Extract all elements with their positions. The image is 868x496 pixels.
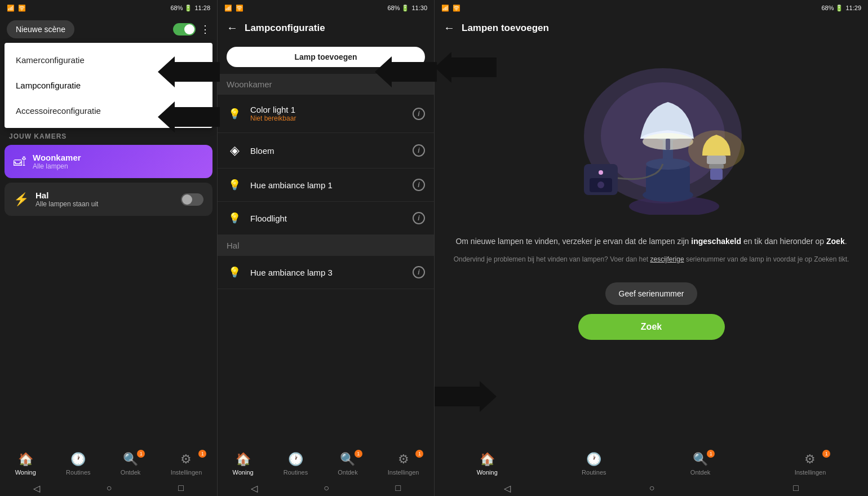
back-button-2[interactable]: ← bbox=[227, 21, 238, 34]
nav-instellingen-label-3: Instellingen bbox=[795, 469, 826, 476]
nav-woning-label-2: Woning bbox=[233, 469, 254, 476]
toggle-off-hal[interactable] bbox=[181, 193, 203, 206]
room-info-hal: Hal Alle lampen staan uit bbox=[36, 191, 174, 208]
info-btn-hue1[interactable]: i bbox=[413, 179, 425, 191]
time-label-2: 11:30 bbox=[411, 5, 427, 11]
ontdek-icon-3: 🔍 bbox=[693, 452, 708, 467]
toggle-on[interactable] bbox=[173, 23, 196, 36]
panel-lampconfiguratie: 📶 🛜 68% 🔋 11:30 ← Lampconfiguratie Lamp … bbox=[217, 0, 434, 496]
panel-lampen-toevoegen: 📶 🛜 68% 🔋 11:29 ← Lampen toevoegen bbox=[434, 0, 868, 496]
svg-marker-2 bbox=[375, 56, 437, 87]
instellingen-badge: 1 bbox=[198, 450, 206, 458]
battery-label-3: 68% 🔋 bbox=[821, 5, 843, 12]
room-icon-hal: ⚡ bbox=[14, 192, 29, 207]
nav-instellingen-2[interactable]: ⚙ 1 Instellingen bbox=[388, 452, 419, 476]
nav-instellingen-label: Instellingen bbox=[171, 469, 202, 476]
nav-woning-2[interactable]: 🏠 Woning bbox=[233, 452, 254, 476]
status-bar-2: 📶 🛜 68% 🔋 11:30 bbox=[218, 0, 434, 16]
top-bar: Nieuwe scène ⋮ bbox=[0, 16, 217, 43]
info-text-main: Om nieuwe lampen te vinden, verzeker je … bbox=[451, 235, 851, 247]
nav-instellingen[interactable]: ⚙ 1 Instellingen bbox=[171, 452, 202, 476]
arrow-5-deco bbox=[435, 381, 497, 414]
info-btn-floodlight[interactable]: i bbox=[413, 212, 425, 224]
instellingen-badge-2: 1 bbox=[415, 450, 423, 458]
arrow-4-deco bbox=[435, 52, 497, 85]
svg-rect-18 bbox=[707, 156, 726, 164]
nav-ontdek[interactable]: 🔍 1 Ontdek bbox=[121, 452, 140, 476]
status-right-2: 68% 🔋 11:30 bbox=[387, 5, 427, 12]
recent-sys-btn-3[interactable]: □ bbox=[793, 483, 799, 493]
home-icon-2: 🏠 bbox=[236, 452, 251, 467]
lamp-item-floodlight[interactable]: 💡 Floodlight i bbox=[218, 202, 434, 235]
room-card-woonkamer[interactable]: 🛋 Woonkamer Alle lampen bbox=[5, 145, 212, 178]
home-sys-btn-3[interactable]: ○ bbox=[649, 483, 655, 493]
three-dots-menu[interactable]: ⋮ bbox=[200, 23, 210, 36]
lamp-info-colorlight1: Color light 1 Niet bereikbaar bbox=[250, 105, 405, 122]
nav-routines-3[interactable]: 🕐 Routines bbox=[582, 452, 606, 476]
recent-sys-btn[interactable]: □ bbox=[178, 483, 184, 493]
svg-point-8 bbox=[597, 181, 604, 188]
back-sys-btn-2[interactable]: ◁ bbox=[251, 483, 258, 494]
info-text-area: Om nieuwe lampen te vinden, verzeker je … bbox=[435, 226, 868, 273]
nav-instellingen-3[interactable]: ⚙ 1 Instellingen bbox=[795, 452, 826, 476]
bottom-nav-2: 🏠 Woning 🕐 Routines 🔍 1 Ontdek ⚙ 1 Inste… bbox=[218, 448, 434, 480]
nav-woning-label-3: Woning bbox=[477, 469, 498, 476]
info-btn-colorlight1[interactable]: i bbox=[413, 108, 425, 120]
battery-label: 68% 🔋 bbox=[170, 5, 192, 12]
wifi-icon-3: 🛜 bbox=[453, 5, 460, 12]
lamp-info-floodlight: Floodlight bbox=[250, 214, 405, 223]
room-sub-hal: Alle lampen staan uit bbox=[36, 200, 174, 208]
info-underline-word: zescijferige bbox=[650, 255, 684, 263]
panel-3-header: ← Lampen toevoegen bbox=[435, 16, 868, 40]
nav-ontdek-2[interactable]: 🔍 1 Ontdek bbox=[338, 452, 357, 476]
zoek-button[interactable]: Zoek bbox=[578, 314, 725, 340]
home-sys-btn[interactable]: ○ bbox=[107, 483, 112, 493]
lamp-icon-floodlight: 💡 bbox=[227, 212, 242, 224]
new-scene-button[interactable]: Nieuwe scène bbox=[7, 20, 74, 38]
nav-woning-3[interactable]: 🏠 Woning bbox=[477, 452, 498, 476]
nav-instellingen-label-2: Instellingen bbox=[388, 469, 419, 476]
nav-routines[interactable]: 🕐 Routines bbox=[66, 452, 90, 476]
room-name-woonkamer: Woonkamer bbox=[33, 153, 203, 162]
nav-routines-2[interactable]: 🕐 Routines bbox=[284, 452, 308, 476]
top-bar-icons: ⋮ bbox=[173, 23, 210, 36]
lamp-item-hue1[interactable]: 💡 Hue ambiance lamp 1 i bbox=[218, 169, 434, 202]
back-sys-btn-3[interactable]: ◁ bbox=[504, 483, 511, 494]
lamp-info-hue3: Hue ambiance lamp 3 bbox=[250, 268, 405, 277]
svg-marker-0 bbox=[158, 56, 220, 87]
home-sys-btn-2[interactable]: ○ bbox=[324, 483, 329, 493]
room-card-hal[interactable]: ⚡ Hal Alle lampen staan uit bbox=[5, 183, 212, 216]
lamp-item-colorlight1[interactable]: 💡 Color light 1 Niet bereikbaar i bbox=[218, 95, 434, 133]
lamp-icon-bloem: ◈ bbox=[227, 143, 242, 158]
room-icon-woonkamer: 🛋 bbox=[14, 154, 26, 169]
svg-marker-22 bbox=[435, 381, 497, 412]
info-btn-hue3[interactable]: i bbox=[413, 266, 425, 278]
lamp-info-hue1: Hue ambiance lamp 1 bbox=[250, 180, 405, 190]
lamp-item-bloem[interactable]: ◈ Bloem i bbox=[218, 133, 434, 169]
nav-ontdek-label: Ontdek bbox=[121, 469, 140, 476]
lamp-item-hue3[interactable]: 💡 Hue ambiance lamp 3 i bbox=[218, 256, 434, 289]
nav-ontdek-3[interactable]: 🔍 1 Ontdek bbox=[690, 452, 710, 476]
info-text-sub: Ondervind je problemen bij het vinden va… bbox=[451, 254, 851, 264]
status-left-2: 📶 🛜 bbox=[224, 5, 243, 12]
routines-icon-3: 🕐 bbox=[586, 452, 601, 467]
signal-icon-3: 📶 bbox=[441, 5, 449, 12]
recent-sys-btn-2[interactable]: □ bbox=[396, 483, 401, 493]
lamp-icon-hue3: 💡 bbox=[227, 266, 242, 278]
svg-point-16 bbox=[646, 158, 690, 170]
sys-bar-1: ◁ ○ □ bbox=[0, 480, 217, 496]
info-btn-bloem[interactable]: i bbox=[413, 144, 425, 157]
sys-bar-3: ◁ ○ □ bbox=[435, 480, 868, 496]
back-button-3[interactable]: ← bbox=[444, 21, 455, 34]
home-icon-3: 🏠 bbox=[480, 452, 495, 467]
instellingen-badge-3: 1 bbox=[822, 450, 830, 458]
info-bold-word2: Zoek bbox=[826, 237, 845, 246]
nav-woning[interactable]: 🏠 Woning bbox=[15, 452, 36, 476]
panel-2-header: ← Lampconfiguratie bbox=[218, 16, 434, 40]
instellingen-icon: ⚙ bbox=[180, 452, 192, 467]
serial-button[interactable]: Geef serienummer bbox=[605, 282, 698, 305]
svg-point-6 bbox=[599, 170, 603, 175]
back-sys-btn[interactable]: ◁ bbox=[33, 483, 40, 494]
lamp-icon-colorlight1: 💡 bbox=[227, 108, 242, 120]
lamp-illustration-svg bbox=[550, 51, 753, 215]
